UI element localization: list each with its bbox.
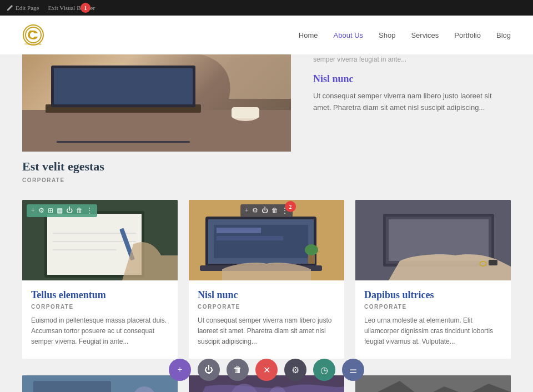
float-btn-close[interactable]: ✕: [255, 359, 278, 381]
svg-text:PROFESSIONAL: PROFESSIONAL: [24, 43, 42, 46]
card-image-3: [355, 200, 511, 280]
card1-add-icon[interactable]: +: [31, 207, 35, 215]
badge-2: 2: [285, 201, 296, 212]
right-post-title: Nisl nunc: [313, 73, 511, 85]
left-column: Est velit egestas CORPORATE: [22, 54, 291, 183]
card1-delete-icon[interactable]: 🗑: [76, 207, 83, 215]
card2-settings-icon[interactable]: ⚙: [252, 207, 258, 215]
float-btn-delete[interactable]: 🗑: [227, 359, 249, 381]
top-bar: Edit Page Exit Visual Builder 1: [0, 0, 533, 16]
card-title-2: Nisl nunc: [198, 289, 335, 301]
nav-blog[interactable]: Blog: [496, 31, 511, 39]
main-nav: Home About Us Shop Services Portfolio Bl…: [299, 31, 511, 39]
card-title-1: Tellus elementum: [31, 289, 169, 301]
svg-rect-22: [217, 236, 283, 240]
main-content: Est velit egestas CORPORATE semper viver…: [0, 54, 533, 392]
card1-power-icon[interactable]: ⏻: [66, 207, 73, 215]
nav-services[interactable]: Services: [411, 31, 439, 39]
card-text-3: Leo urna molestle at elementum. Elit ull…: [364, 315, 502, 348]
card2-add-icon[interactable]: +: [245, 207, 249, 215]
logo-icon: PROFESSIONAL: [22, 24, 44, 46]
card2-power-icon[interactable]: ⏻: [262, 207, 268, 215]
card-image-2: + ⚙ ⏻ 🗑 ⋮ 2: [189, 200, 344, 280]
card-toolbar-2[interactable]: + ⚙ ⏻ 🗑 ⋮ 2: [240, 204, 293, 217]
card-category-2: CORPORATE: [198, 304, 335, 310]
card1-grid-icon[interactable]: ▦: [57, 207, 63, 215]
logo[interactable]: PROFESSIONAL: [22, 24, 44, 46]
svg-point-0: [23, 25, 43, 45]
hero-image: [22, 54, 291, 152]
hero-post-category: CORPORATE: [22, 177, 291, 183]
float-btn-power-wrapper: ⏻: [198, 359, 220, 381]
svg-rect-31: [489, 260, 497, 265]
float-btn-eq-wrapper: ⚌: [342, 359, 364, 381]
float-btn-add-wrapper: +: [169, 359, 191, 381]
bottom-card-img-1: +: [22, 375, 178, 392]
card1-layout-icon[interactable]: ⊞: [48, 207, 53, 215]
grid-card-2: + ⚙ ⏻ 🗑 ⋮ 2 Nisl nunc CORPORATE Ut conse…: [189, 200, 344, 359]
card-text-2: Ut consequat semper viverra nam libero j…: [198, 315, 335, 348]
float-btn-close-wrapper: ✕: [255, 359, 278, 381]
card2-delete-icon[interactable]: 🗑: [271, 207, 278, 215]
hero-post-title: Est velit egestas: [22, 159, 291, 174]
float-btn-add[interactable]: +: [169, 359, 191, 381]
svg-rect-6: [54, 68, 193, 104]
svg-rect-8: [232, 107, 259, 118]
float-btn-schedule[interactable]: ◷: [313, 359, 335, 381]
float-btn-settings-wrapper: ⚙: [284, 359, 306, 381]
svg-point-25: [305, 244, 318, 255]
grid-card-3: Dapibus ultrices CORPORATE Leo urna mole…: [355, 200, 511, 359]
header: PROFESSIONAL Home About Us Shop Services…: [0, 16, 533, 54]
grid-card-1: + ⚙ ⊞ ▦ ⏻ 🗑 ⋮ Tellus elementum CORPORATE…: [22, 200, 178, 359]
bottom-card-img-3: [355, 375, 511, 392]
card-image-1: + ⚙ ⊞ ▦ ⏻ 🗑 ⋮: [22, 200, 178, 280]
right-teaser-text: semper viverra feugiat in ante...: [313, 54, 511, 64]
bottom-card-3: [355, 375, 511, 392]
float-btn-delete-wrapper: 🗑: [227, 359, 249, 381]
bottom-card-1: +: [22, 375, 178, 392]
grid-row: + ⚙ ⊞ ▦ ⏻ 🗑 ⋮ Tellus elementum CORPORATE…: [22, 200, 511, 359]
card-category-3: CORPORATE: [364, 304, 502, 310]
card-body-1: Tellus elementum CORPORATE Euismod in pe…: [22, 280, 178, 359]
float-btn-eq[interactable]: ⚌: [342, 359, 364, 381]
badge-1: 1: [81, 3, 90, 13]
card-title-3: Dapibus ultrices: [364, 289, 502, 301]
svg-rect-21: [217, 228, 261, 233]
nav-about[interactable]: About Us: [334, 31, 363, 39]
edit-page-label: Edit Page: [16, 4, 39, 11]
nav-portfolio[interactable]: Portfolio: [454, 31, 481, 39]
svg-rect-9: [57, 141, 190, 143]
card-toolbar-1[interactable]: + ⚙ ⊞ ▦ ⏻ 🗑 ⋮: [27, 204, 97, 217]
right-post-body: Ut consequat semper viverra nam libero j…: [313, 91, 511, 114]
float-btn-power[interactable]: ⏻: [198, 359, 220, 381]
card1-more-icon[interactable]: ⋮: [86, 207, 93, 215]
grid-section: + ⚙ ⊞ ▦ ⏻ 🗑 ⋮ Tellus elementum CORPORATE…: [0, 200, 533, 375]
card1-settings-icon[interactable]: ⚙: [38, 207, 44, 215]
nav-home[interactable]: Home: [299, 31, 318, 39]
edit-page-btn[interactable]: Edit Page: [7, 4, 39, 11]
right-column: semper viverra feugiat in ante... Nisl n…: [291, 54, 511, 183]
card-body-3: Dapibus ultrices CORPORATE Leo urna mole…: [355, 280, 511, 359]
nav-shop[interactable]: Shop: [379, 31, 395, 39]
top-section: Est velit egestas CORPORATE semper viver…: [0, 54, 533, 200]
float-btn-schedule-wrapper: ◷: [313, 359, 335, 381]
svg-rect-33: [33, 381, 111, 392]
bottom-float-toolbar: + ⏻ 🗑 ✕ ⚙ ◷ ⚌: [169, 359, 364, 381]
float-btn-settings[interactable]: ⚙: [284, 359, 306, 381]
card-category-1: CORPORATE: [31, 304, 169, 310]
card-body-2: Nisl nunc CORPORATE Ut consequat semper …: [189, 280, 344, 359]
card-text-1: Euismod in pellentesque massa placerat d…: [31, 315, 169, 348]
hero-image-mock: [22, 54, 291, 152]
